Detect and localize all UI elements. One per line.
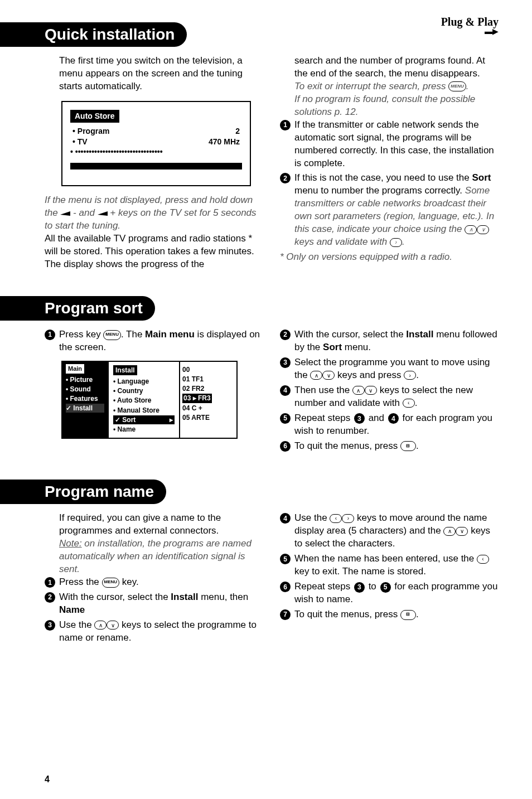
plug-text: Plug & Play [441,16,499,28]
section-program-sort: Program sort 1 Press key MENU. The Main … [45,296,499,454]
down-key-icon: ∨ [107,621,119,629]
quick-intro: The first time you switch on the televis… [45,55,263,93]
bullet-5-icon: 5 [280,554,291,564]
menu-title: Auto Store [70,110,119,123]
exit-key-icon: ⊟ [400,610,416,620]
name-intro: If required, you can give a name to the … [45,512,263,537]
ref-3-icon: 3 [354,582,365,593]
sort-step-2: 2 With the cursor, select the Install me… [280,328,499,354]
quick-item-1: 1 If the transmitter or cable network se… [280,119,499,170]
volume-minus-icon [60,211,70,216]
bullet-1-icon: 1 [45,577,55,588]
diagram-main-panel: Main • Picture • Sound • Features ✓ Inst… [61,361,109,439]
menu-key-icon: MENU [102,578,120,588]
sort-left-col: 1 Press key MENU. The Main menu is displ… [45,328,263,454]
menu-row-tv: • TV 470 MHz [70,137,242,147]
bullet-6-icon: 6 [280,441,291,452]
exit-key-icon: ⊟ [400,441,416,451]
right-key-icon: › [342,514,354,523]
name-note: Note: on installation, the programs are … [45,537,263,576]
bullet-2-icon: 2 [45,592,55,603]
bullet-1-icon: 1 [280,120,291,130]
quick-item-2: 2 If this is not the case, you need to u… [280,172,499,249]
name-step-1: 1 Press the MENU key. [45,576,263,589]
down-key-icon: ∨ [322,371,335,380]
page-number: 4 [45,774,50,785]
ref-5-icon: 5 [380,582,391,593]
menu-row-dots: • •••••••••••••••••••••••••••••••• [70,147,242,157]
bullet-4-icon: 4 [280,513,291,524]
menu-key-icon: MENU [103,330,121,340]
bullet-4-icon: 4 [280,385,291,396]
bullet-2-icon: 2 [280,173,291,183]
sort-step-5: 5 Repeat steps 3 and 4 for each program … [280,412,499,438]
name-step-2: 2 With the cursor, select the Install me… [45,591,263,617]
plug-and-play-badge: Plug & Play ▬▶ [441,16,499,36]
sort-step-3: 3 Select the programme you want to move … [280,356,499,382]
bullet-1-icon: 1 [45,330,55,340]
sort-step-6: 6 To quit the menus, press ⊟. [280,440,499,453]
right-key-icon: › [404,371,416,380]
quick-noprog: If no program is found, consult the poss… [280,93,499,119]
sort-step-4: 4 Then use the ∧∨ keys to select the new… [280,384,499,410]
section-program-name: Program name If required, you can give a… [45,480,499,646]
section-title-sort: Program sort [0,296,155,321]
name-step-5: 5 When the name has been entered, use th… [280,553,499,578]
menu-progress-bar [70,163,242,170]
plug-icon: ▬▶ [441,27,499,36]
bullet-6-icon: 6 [280,582,291,592]
section-title-name: Program name [0,480,166,504]
up-key-icon: ∧ [443,527,456,536]
quick-footnote: * Only on versions equipped with a radio… [280,251,499,264]
quick-cont: search and the number of programs found.… [280,55,499,80]
up-key-icon: ∧ [94,621,107,629]
section-quick-installation: Quick installation The first time you sw… [45,22,499,271]
bullet-7-icon: 7 [280,609,291,620]
sort-right-col: 2 With the cursor, select the Install me… [280,328,499,454]
diagram-values-panel: 00 01 TF1 02 FR2 03 ▸ FR3 04 C + 05 ARTE [179,361,238,439]
menu-row-program: • Program 2 [70,126,242,137]
down-key-icon: ∨ [477,225,489,234]
quick-para2: All the available TV programs and radio … [45,233,263,271]
bullet-2-icon: 2 [280,330,291,340]
name-left-col: If required, you can give a name to the … [45,512,263,646]
auto-store-menu: Auto Store • Program 2 • TV 470 MHz • ••… [61,101,251,187]
bullet-3-icon: 3 [280,357,291,368]
ref-3-icon: 3 [354,413,365,424]
name-step-6: 6 Repeat steps 3 to 5 for each programme… [280,580,499,606]
left-key-icon: ‹ [403,399,415,408]
bullet-3-icon: 3 [45,620,55,631]
bullet-5-icon: 5 [280,413,291,424]
name-step-7: 7 To quit the menus, press ⊟. [280,608,499,621]
ref-4-icon: 4 [388,413,399,424]
name-step-3: 3 Use the ∧∨ keys to select the programm… [45,619,263,645]
sort-step-1: 1 Press key MENU. The Main menu is displ… [45,328,263,354]
left-key-icon: ‹ [477,555,489,564]
quick-note-displayed: If the menu is not displayed, press and … [45,194,263,233]
up-key-icon: ∧ [352,386,365,395]
down-key-icon: ∨ [456,527,468,536]
name-right-col: 4 Use the ‹› keys to move around the nam… [280,512,499,646]
right-key-icon: › [390,238,402,247]
up-key-icon: ∧ [310,371,322,380]
quick-exit-note: To exit or interrupt the search, press M… [280,80,499,93]
left-key-icon: ‹ [330,514,342,523]
diagram-install-panel: Install • Language • Country • Auto Stor… [108,361,180,439]
down-key-icon: ∨ [365,386,377,395]
quick-right-col: search and the number of programs found.… [280,55,499,271]
volume-plus-icon [98,211,108,216]
name-step-4: 4 Use the ‹› keys to move around the nam… [280,512,499,550]
sort-diagram: Main • Picture • Sound • Features ✓ Inst… [61,361,263,439]
up-key-icon: ∧ [465,225,477,234]
quick-left-col: The first time you switch on the televis… [45,55,263,271]
section-title-quick: Quick installation [0,22,187,47]
menu-key-icon: MENU [448,81,466,91]
